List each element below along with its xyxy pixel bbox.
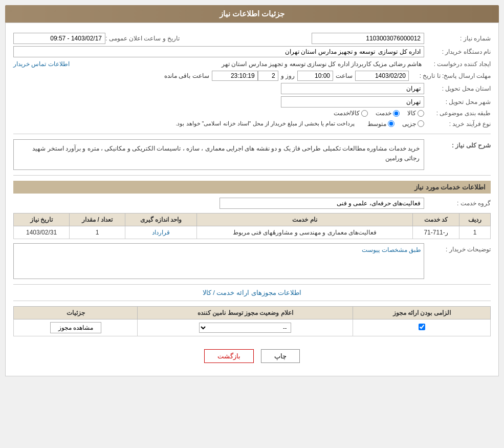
license-table: الزامی بودن ارائه مجوز اعلام وضعیت مجوز …: [13, 306, 491, 336]
purchase-type-radio-group: جزیی متوسط: [367, 120, 424, 127]
license-status-select[interactable]: --: [199, 323, 291, 333]
back-button[interactable]: بازگشت: [204, 349, 254, 363]
purchase-type-row: نوع فرآیند خرید : جزیی متوسط پرداخت تمام…: [13, 119, 491, 129]
city-row: شهر محل تحویل :: [13, 96, 491, 108]
need-number-label: شماره نیاز :: [424, 35, 491, 42]
license-header-row: الزامی بودن ارائه مجوز اعلام وضعیت مجوز …: [14, 307, 491, 319]
purchase-motavaset-item: متوسط: [367, 120, 395, 127]
action-buttons: چاپ بازگشت: [13, 344, 491, 368]
print-button[interactable]: چاپ: [261, 349, 300, 363]
cell-quantity: 1: [70, 226, 125, 239]
purchase-warning-text: پرداخت تمام یا بخشی از مبلغ خریدار از مح…: [173, 119, 357, 129]
main-container: شماره نیاز : تاریخ و ساعت اعلان عمومی : …: [5, 23, 499, 376]
general-date-input: [13, 33, 105, 44]
cell-service-name: فعالیت‌های معماری و مهندسی و مشاورهٔهای …: [196, 226, 412, 239]
category-khadamat-radio[interactable]: [393, 110, 400, 117]
creator-label: ایجاد کننده درخواست :: [424, 60, 491, 68]
send-days-label: روز و: [281, 72, 295, 79]
col-required: الزامی بودن ارائه مجوز: [353, 307, 491, 319]
city-label: شهر محل تحویل :: [424, 98, 491, 105]
creator-row: ایجاد کننده درخواست : هاشم رضائی مزیک کا…: [13, 59, 491, 69]
purchase-jozii-label: جزیی: [402, 120, 416, 127]
service-group-row: گروه خدمت :: [13, 198, 491, 209]
col-date: تاریخ نیاز: [14, 214, 70, 226]
province-row: استان محل تحویل :: [13, 83, 491, 94]
license-details-cell: مشاهده مجوز: [14, 319, 138, 336]
creator-link[interactable]: اطلاعات تماس خریدار: [13, 60, 72, 68]
service-group-input: [220, 198, 424, 209]
buyer-org-label: نام دستگاه خریدار :: [424, 48, 491, 55]
send-time-label: ساعت: [336, 72, 353, 79]
category-khadamat-item: خدمت: [376, 110, 400, 117]
buyer-org-input: [13, 46, 424, 57]
license-status-cell: --: [138, 319, 353, 336]
buyer-notes-box: طبق مشخصات پیوست: [13, 243, 424, 279]
service-group-label: گروه خدمت :: [424, 200, 491, 207]
need-number-input: [312, 33, 424, 44]
description-label: شرح کلی نیاز :: [424, 139, 491, 149]
divider-2: [13, 175, 491, 176]
send-deadline-row: مهلت ارسال پاسخ: تا تاریخ : ساعت روز و س…: [13, 71, 491, 81]
buyer-notes-label: توضیحات خریدار :: [424, 243, 491, 253]
col-unit: واحد اندازه گیری: [125, 214, 197, 226]
services-table-head: ردیف کد خدمت نام خدمت واحد اندازه گیری ت…: [14, 214, 491, 226]
license-table-body: -- مشاهده مجوز: [14, 319, 491, 336]
page-wrapper: جزئیات اطلاعات نیاز شماره نیاز : تاریخ و…: [0, 0, 504, 381]
send-days-input: [258, 71, 278, 81]
province-label: استان محل تحویل :: [424, 85, 491, 92]
table-row: 1 ر-711-71 فعالیت‌های معماری و مهندسی و …: [14, 226, 491, 239]
col-quantity: تعداد / مقدار: [70, 214, 125, 226]
col-service-code: کد خدمت: [413, 214, 459, 226]
purchase-jozii-item: جزیی: [402, 120, 424, 127]
purchase-jozii-radio[interactable]: [418, 120, 424, 127]
cell-unit: قرارداد: [125, 226, 197, 239]
category-radio-group: کالا خدمت کالا/خدمت: [334, 110, 424, 117]
license-section-anchor[interactable]: اطلاعات مجوزهای ارائه خدمت / کالا: [203, 289, 302, 296]
cell-date: 1403/02/31: [14, 226, 70, 239]
license-row: -- مشاهده مجوز: [14, 319, 491, 336]
send-time-input: [297, 71, 333, 81]
creator-value: هاشم رضائی مزیک کاربرداز اداره کل نوسازی…: [72, 59, 424, 69]
category-kala-radio[interactable]: [418, 110, 424, 117]
col-status: اعلام وضعیت مجوز توسط نامین کننده: [138, 307, 353, 319]
col-row-num: ردیف: [459, 214, 491, 226]
view-license-button[interactable]: مشاهده مجوز: [50, 322, 101, 333]
category-row: طبقه بندی موضوعی : کالا خدمت کالا/خدمت: [13, 110, 491, 117]
province-input: [281, 83, 424, 94]
send-date-input: [355, 71, 409, 81]
buyer-notes-section: توضیحات خریدار : طبق مشخصات پیوست: [13, 243, 491, 279]
category-kala-khadamat-item: کالا/خدمت: [334, 110, 368, 117]
send-remaining-input: [212, 71, 258, 81]
license-required-cell: [353, 319, 491, 336]
category-kala-label: کالا: [407, 110, 416, 117]
category-kala-khadamat-label: کالا/خدمت: [334, 110, 360, 117]
purchase-motavaset-radio[interactable]: [388, 120, 395, 127]
divider-1: [13, 134, 491, 134]
buyer-org-row: نام دستگاه خریدار :: [13, 46, 491, 57]
cell-row-num: 1: [459, 226, 491, 239]
category-kala-item: کالا: [407, 110, 424, 117]
general-date-label: تاریخ و ساعت اعلان عمومی :: [105, 35, 180, 42]
send-remaining-label: ساعت باقی مانده: [164, 72, 209, 79]
category-khadamat-label: خدمت: [376, 110, 391, 117]
city-input: [281, 96, 424, 108]
category-kala-khadamat-radio[interactable]: [361, 110, 368, 117]
description-value: خرید خدمات مشاوره مطالعات تکمیلی طراحی ف…: [32, 145, 420, 162]
license-required-checkbox[interactable]: [419, 324, 425, 330]
purchase-type-label: نوع فرآیند خرید :: [424, 120, 491, 127]
services-table-header-row: ردیف کد خدمت نام خدمت واحد اندازه گیری ت…: [14, 214, 491, 226]
page-header: جزئیات اطلاعات نیاز: [5, 5, 499, 23]
col-service-name: نام خدمت: [196, 214, 412, 226]
buyer-notes-link[interactable]: طبق مشخصات پیوست: [362, 246, 421, 253]
description-box: خرید خدمات مشاوره مطالعات تکمیلی طراحی ف…: [13, 139, 424, 170]
license-section-link: اطلاعات مجوزهای ارائه خدمت / کالا: [13, 284, 491, 301]
need-number-row: شماره نیاز : تاریخ و ساعت اعلان عمومی :: [13, 33, 491, 44]
services-table-body: 1 ر-711-71 فعالیت‌های معماری و مهندسی و …: [14, 226, 491, 239]
license-table-head: الزامی بودن ارائه مجوز اعلام وضعیت مجوز …: [14, 307, 491, 319]
cell-service-code: ر-711-71: [413, 226, 459, 239]
category-label: طبقه بندی موضوعی :: [424, 110, 491, 117]
purchase-motavaset-label: متوسط: [367, 120, 386, 127]
description-row: شرح کلی نیاز : خرید خدمات مشاوره مطالعات…: [13, 139, 491, 170]
services-section-title: اطلاعات خدمات مورد نیاز: [13, 181, 491, 194]
send-deadline-label: مهلت ارسال پاسخ: تا تاریخ :: [409, 72, 491, 79]
